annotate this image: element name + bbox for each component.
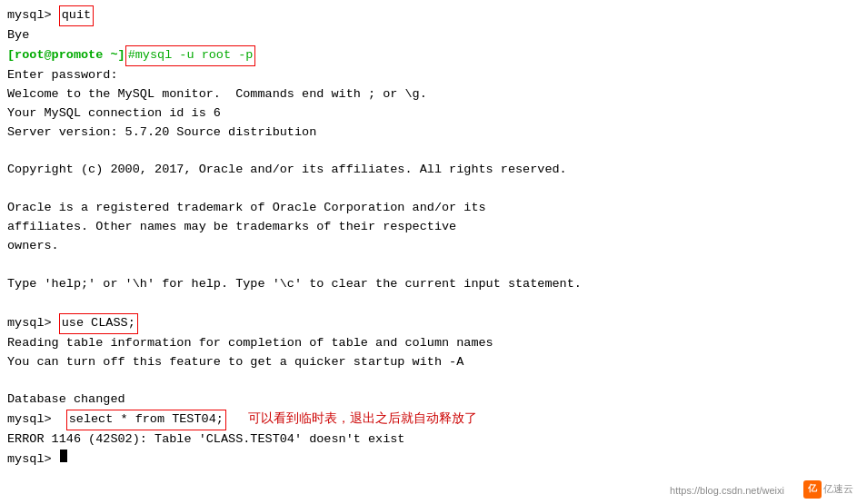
blank-2 — [7, 180, 850, 199]
text-oracle-1: Oracle is a registered trademark of Orac… — [7, 199, 486, 218]
cmd-use-class: use CLASS; — [59, 313, 138, 334]
text-turnoff: You can turn off this feature to get a q… — [7, 353, 463, 372]
line-4: Enter password: — [7, 66, 850, 85]
line-oracle-1: Oracle is a registered trademark of Orac… — [7, 199, 850, 218]
yiyun-logo-icon: 亿 — [803, 480, 822, 499]
cursor — [60, 450, 67, 462]
line-final-prompt: mysql> — [7, 450, 850, 469]
line-error: ERROR 1146 (42S02): Table 'CLASS.TEST04'… — [7, 430, 850, 450]
line-7: Server version: 5.7.20 Source distributi… — [7, 124, 850, 143]
prompt-root: [root@promote ~] — [7, 46, 125, 65]
comment-temp-table: 可以看到临时表，退出之后就自动释放了 — [248, 410, 477, 430]
cmd-quit: quit — [59, 5, 94, 26]
line-select: mysql> select * from TEST04;可以看到临时表，退出之后… — [7, 410, 850, 430]
text-bye: Bye — [7, 26, 29, 45]
watermark-csdn: https://blog.csdn.net/weixi — [670, 483, 784, 499]
text-error: ERROR 1146 (42S02): Table 'CLASS.TEST04'… — [7, 430, 404, 450]
line-help: Type 'help;' or '\h' for help. Type '\c'… — [7, 275, 850, 294]
text-oracle-3: owners. — [7, 237, 59, 256]
text-oracle-2: affiliates. Other names may be trademark… — [7, 218, 456, 237]
blank-1 — [7, 142, 850, 161]
line-db-changed: Database changed — [7, 390, 850, 410]
line-turnoff: You can turn off this feature to get a q… — [7, 353, 850, 372]
line-use-class: mysql> use CLASS; — [7, 313, 850, 334]
blank-4 — [7, 294, 850, 313]
text-server-version: Server version: 5.7.20 Source distributi… — [7, 124, 316, 143]
blank-3 — [7, 256, 850, 275]
prompt-mysql: mysql> — [7, 6, 59, 25]
text-copyright: Copyright (c) 2000, 2017, Oracle and/or … — [7, 161, 567, 180]
cmd-mysql-login: #mysql -u root -p — [125, 45, 256, 66]
line-copyright: Copyright (c) 2000, 2017, Oracle and/or … — [7, 161, 850, 180]
line-oracle-3: owners. — [7, 237, 850, 256]
terminal-window: mysql> quit Bye [root@promote ~]#mysql -… — [0, 0, 857, 504]
line-2: Bye — [7, 26, 850, 45]
line-3: [root@promote ~]#mysql -u root -p — [7, 45, 850, 66]
prompt-mysql-final: mysql> — [7, 450, 59, 469]
text-help: Type 'help;' or '\h' for help. Type '\c'… — [7, 275, 582, 294]
text-reading: Reading table information for completion… — [7, 334, 493, 353]
line-oracle-2: affiliates. Other names may be trademark… — [7, 218, 850, 237]
blank-5 — [7, 372, 850, 391]
prompt-mysql-3: mysql> — [7, 410, 59, 430]
text-connection-id: Your MySQL connection id is 6 — [7, 104, 221, 124]
cmd-select-test04: select * from TEST04; — [66, 410, 226, 430]
text-db-changed: Database changed — [7, 390, 125, 410]
prompt-mysql-2: mysql> — [7, 314, 59, 333]
text-welcome: Welcome to the MySQL monitor. Commands e… — [7, 85, 427, 104]
text-enter-password: Enter password: — [7, 66, 118, 85]
line-6: Your MySQL connection id is 6 — [7, 104, 850, 124]
watermark-yiyun: 亿 亿速云 — [803, 480, 853, 499]
line-reading: Reading table information for completion… — [7, 334, 850, 353]
yiyun-text: 亿速云 — [823, 481, 853, 497]
line-5: Welcome to the MySQL monitor. Commands e… — [7, 85, 850, 104]
line-1: mysql> quit — [7, 5, 850, 26]
